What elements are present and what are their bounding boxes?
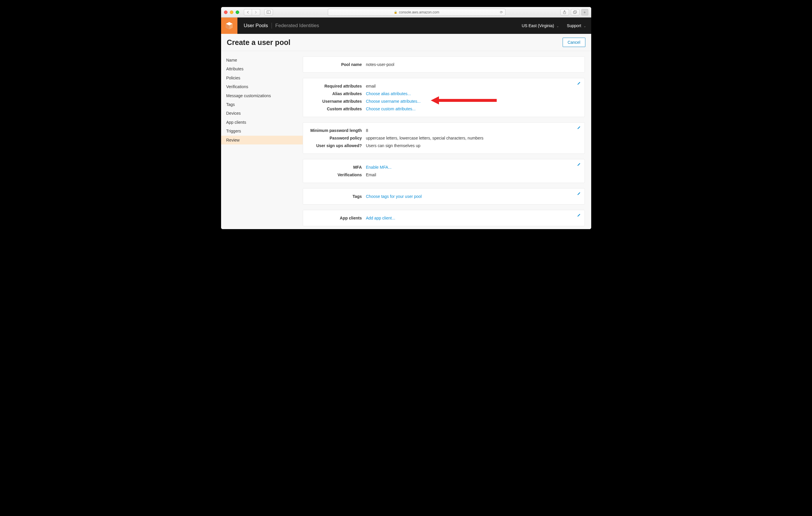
pencil-icon xyxy=(577,191,581,195)
pool-name-label: Pool name xyxy=(308,62,366,67)
back-button[interactable] xyxy=(244,9,252,16)
edit-mfa-button[interactable] xyxy=(577,162,581,167)
password-policy-label: Password policy xyxy=(308,136,366,140)
support-label: Support xyxy=(567,23,581,28)
sidebar-item-tags[interactable]: Tags xyxy=(221,100,303,109)
tags-label: Tags xyxy=(308,194,366,199)
maximize-window-button[interactable] xyxy=(236,10,239,14)
sidebar-item-name[interactable]: Name xyxy=(221,56,303,64)
share-button[interactable] xyxy=(560,9,569,16)
alias-attributes-link[interactable]: Choose alias attributes... xyxy=(366,91,411,96)
nav-federated-identities[interactable]: Federated Identities xyxy=(276,23,319,29)
sidebar-item-triggers[interactable]: Triggers xyxy=(221,127,303,135)
card-mfa: MFA Enable MFA... Verifications Email xyxy=(303,159,585,183)
chevron-down-icon: ⌄ xyxy=(584,25,586,28)
browser-window: 🔒 console.aws.amazon.com ⟳ + xyxy=(221,7,591,229)
sidebar-toggle-button[interactable] xyxy=(264,9,273,16)
nav-user-pools[interactable]: User Pools xyxy=(244,23,268,29)
username-attributes-link[interactable]: Choose username attributes... xyxy=(366,99,421,104)
min-password-length-label: Minimum password length xyxy=(308,128,366,133)
aws-header-right: US East (Virginia) ⌄ Support ⌄ xyxy=(522,18,591,34)
user-signups-value: Users can sign themselves up xyxy=(366,143,420,148)
user-signups-label: User sign ups allowed? xyxy=(308,143,366,148)
support-menu[interactable]: Support ⌄ xyxy=(567,23,586,28)
tabs-button[interactable] xyxy=(571,9,580,16)
card-app-clients: App clients Add app client... xyxy=(303,210,585,226)
svg-rect-3 xyxy=(573,11,576,14)
pool-name-value: notes-user-pool xyxy=(366,62,394,67)
sidebar-item-app-clients[interactable]: App clients xyxy=(221,118,303,127)
custom-attributes-label: Custom attributes xyxy=(308,107,366,111)
custom-attributes-link[interactable]: Choose custom attributes... xyxy=(366,107,416,111)
card-policies: Minimum password length 8 Password polic… xyxy=(303,122,585,154)
browser-chrome: 🔒 console.aws.amazon.com ⟳ + xyxy=(221,7,591,18)
region-label: US East (Virginia) xyxy=(522,23,554,28)
sidebar-item-message-customizations[interactable]: Message customizations xyxy=(221,91,303,100)
sidebar-item-review[interactable]: Review xyxy=(221,136,303,144)
app-clients-link[interactable]: Add app client... xyxy=(366,216,395,220)
nav-button-group xyxy=(244,9,260,16)
edit-app-clients-button[interactable] xyxy=(577,213,581,218)
page-body: Name Attributes Policies Verifications M… xyxy=(221,51,591,229)
edit-policies-button[interactable] xyxy=(577,126,581,131)
card-tags: Tags Choose tags for your user pool xyxy=(303,188,585,205)
page-title: Create a user pool xyxy=(227,38,290,47)
cancel-button[interactable]: Cancel xyxy=(562,38,585,47)
mfa-label: MFA xyxy=(308,165,366,169)
page-subheader: Create a user pool Cancel xyxy=(221,34,591,51)
close-window-button[interactable] xyxy=(224,10,228,14)
card-attributes: Required attributes email Alias attribut… xyxy=(303,78,585,117)
wizard-sidebar: Name Attributes Policies Verifications M… xyxy=(221,51,303,229)
new-tab-button[interactable]: + xyxy=(581,9,588,16)
svg-rect-0 xyxy=(267,11,270,14)
tags-link[interactable]: Choose tags for your user pool xyxy=(366,194,422,199)
sidebar-item-verifications[interactable]: Verifications xyxy=(221,82,303,91)
reload-icon[interactable]: ⟳ xyxy=(500,10,503,14)
sidebar-item-policies[interactable]: Policies xyxy=(221,74,303,82)
edit-tags-button[interactable] xyxy=(577,191,581,196)
aws-nav: User Pools Federated Identities xyxy=(237,18,319,34)
cognito-logo[interactable] xyxy=(221,18,237,34)
required-attributes-label: Required attributes xyxy=(308,84,366,88)
required-attributes-value: email xyxy=(366,84,376,88)
sidebar-item-attributes[interactable]: Attributes xyxy=(221,64,303,73)
verifications-value: Email xyxy=(366,172,376,177)
min-password-length-value: 8 xyxy=(366,128,368,133)
app-clients-label: App clients xyxy=(308,216,366,220)
alias-attributes-label: Alias attributes xyxy=(308,91,366,96)
card-pool-name: Pool name notes-user-pool xyxy=(303,56,585,73)
pencil-icon xyxy=(577,126,581,130)
verifications-label: Verifications xyxy=(308,172,366,177)
traffic-lights xyxy=(224,10,239,14)
review-main: Pool name notes-user-pool Required attri… xyxy=(303,51,591,229)
password-policy-value: uppercase letters, lowercase letters, sp… xyxy=(366,136,484,140)
pencil-icon xyxy=(577,81,581,85)
minimize-window-button[interactable] xyxy=(230,10,233,14)
region-selector[interactable]: US East (Virginia) ⌄ xyxy=(522,23,559,28)
forward-button[interactable] xyxy=(252,9,260,16)
url-host: console.aws.amazon.com xyxy=(399,10,439,14)
username-attributes-label: Username attributes xyxy=(308,99,366,104)
aws-header: User Pools Federated Identities US East … xyxy=(221,18,591,34)
mfa-link[interactable]: Enable MFA... xyxy=(366,165,392,169)
url-bar[interactable]: 🔒 console.aws.amazon.com ⟳ xyxy=(328,9,505,16)
edit-attributes-button[interactable] xyxy=(577,81,581,86)
lock-icon: 🔒 xyxy=(394,10,397,14)
pencil-icon xyxy=(577,162,581,166)
sidebar-item-devices[interactable]: Devices xyxy=(221,109,303,118)
svg-rect-4 xyxy=(574,11,577,13)
pencil-icon xyxy=(577,213,581,217)
chevron-down-icon: ⌄ xyxy=(556,25,559,28)
right-toolbar: + xyxy=(560,9,588,16)
nav-divider xyxy=(271,23,272,29)
